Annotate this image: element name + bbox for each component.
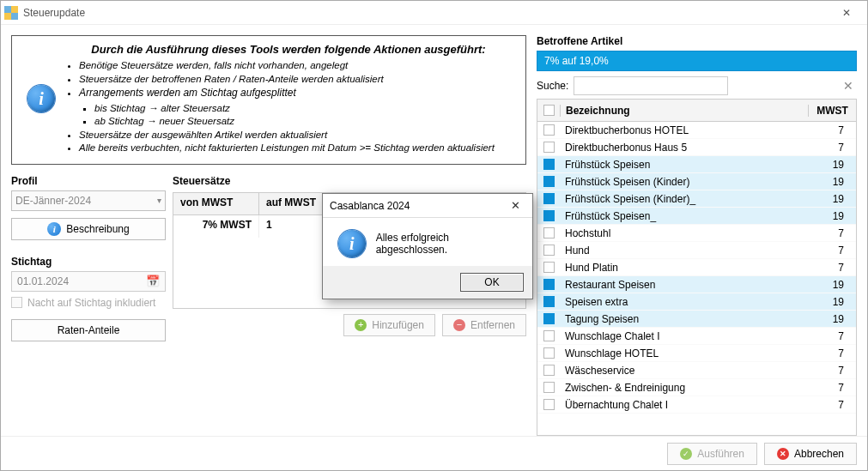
info-icon: i (338, 230, 366, 257)
dialog-close-icon[interactable]: ✕ (505, 199, 525, 212)
dialog-title: Casablanca 2024 (330, 200, 410, 212)
dialog-message: Alles erfolgreich abgeschlossen. (376, 232, 522, 256)
success-dialog: Casablanca 2024 ✕ i Alles erfolgreich ab… (322, 193, 533, 299)
dialog-ok-button[interactable]: OK (460, 273, 524, 292)
